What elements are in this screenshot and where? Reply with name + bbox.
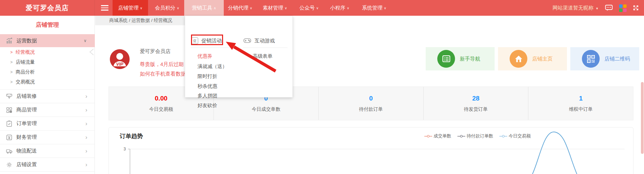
sidebar: 店铺管理 运营数据 ∨ > 经营概况 > 店铺流量 > — [0, 16, 95, 174]
caret-down-icon: ∨ — [384, 6, 386, 10]
chevron-down-icon: ∨ — [84, 38, 87, 43]
grid-squares-icon — [5, 106, 13, 114]
guide-list-icon — [437, 50, 455, 68]
truck-icon — [5, 147, 13, 155]
mobile-data-link[interactable]: 如何在手机查看数据? — [140, 71, 189, 77]
nav-system-management[interactable]: 系统管理∨ — [359, 0, 390, 16]
sidebar-item-operation-data[interactable]: 运营数据 ∨ — [0, 34, 95, 47]
stat-label: 待付款订单 — [359, 106, 383, 112]
user-channel-name: 网站渠道暂无昵称 — [553, 5, 594, 11]
menu-item-flash-sale[interactable]: 秒杀优惠 — [197, 82, 217, 90]
apps-grid-icon[interactable] — [619, 4, 626, 12]
nav-distribution[interactable]: 分销代理∨ — [225, 0, 255, 16]
message-icon[interactable] — [605, 4, 613, 12]
page-scrollbar-thumb[interactable] — [641, 82, 644, 154]
app-logo: 爱可罗会员店 — [0, 0, 95, 16]
order-trend-card: 订单趋势 成交单数 待付款订单数 今日交易额 3 — [108, 127, 633, 174]
qr-code-icon — [582, 50, 600, 68]
hamburger-menu-icon[interactable] — [101, 5, 108, 11]
plan-expiry-text: 尊贵版，4月后过期 — [140, 61, 184, 68]
nav-marketing-tools[interactable]: 营销工具∧ — [184, 0, 224, 16]
menu-item-coupon[interactable]: 优惠券 — [197, 52, 213, 60]
sidebar-item-goods-management[interactable]: 商品管理 › — [0, 103, 95, 117]
annotation-arrow — [218, 36, 280, 75]
stat-label: 维权中订单 — [569, 106, 593, 112]
gear-icon — [5, 161, 13, 169]
newbie-guide-card[interactable]: 新手导航 — [426, 47, 495, 70]
caret-down-icon: ∨ — [316, 6, 319, 10]
vip-badge: VIP — [116, 62, 123, 67]
order-trend-chart: 3 — [109, 128, 633, 174]
chevron-right-icon: › — [85, 134, 87, 140]
caret-down-icon: ∨ — [250, 6, 252, 10]
nav-mini-program[interactable]: 小程序∨ — [327, 0, 353, 16]
shop-avatar: VIP — [110, 49, 130, 69]
sidebar-subitem-product-analysis[interactable]: > 商品分析 — [0, 67, 95, 77]
sidebar-item-logistics[interactable]: 物流配送 › — [0, 144, 95, 158]
shop-homepage-card[interactable]: 店铺主页 — [498, 47, 567, 70]
sidebar-item-order-management[interactable]: 订单管理 › — [0, 117, 95, 130]
stat-value: 1 — [579, 95, 583, 102]
menu-item-friend-bargain[interactable]: 好友砍价 — [197, 102, 217, 109]
nav-official-account[interactable]: 公众号∨ — [296, 0, 322, 16]
breadcrumb[interactable]: 商城系统 / 运营数据 / 经营概况 — [95, 16, 186, 25]
nav-member-points[interactable]: 会员积分∨ — [151, 0, 184, 16]
menu-item-limited-time-discount[interactable]: 限时打折 — [197, 72, 217, 80]
stat-label: 今日交易额 — [149, 106, 173, 112]
chevron-right-icon: › — [85, 121, 87, 126]
clipboard-check-icon — [5, 120, 13, 128]
angle-marker: > — [10, 80, 13, 84]
nav-shop-management[interactable]: 店铺管理∨ — [113, 0, 148, 16]
topbar: 爱可罗会员店 店铺管理∨ 会员积分∨ 营销工具∧ 分销代理∨ 素材管理∨ 公众号… — [0, 0, 644, 16]
stat-disputes: 1 维权中订单 — [528, 87, 633, 120]
user-channel-dropdown[interactable]: 网站渠道暂无昵称▼ — [553, 5, 599, 11]
stat-value: 0.00 — [155, 95, 167, 102]
angle-marker: > — [10, 50, 13, 55]
yuan-money-icon — [5, 134, 13, 141]
fullscreen-icon[interactable] — [632, 4, 639, 11]
y-axis-tick-label: 3 — [123, 147, 126, 151]
stat-label: 今日成交单数 — [252, 106, 280, 112]
sidebar-item-shop-decoration[interactable]: 店铺装修 › — [0, 89, 95, 103]
home-icon — [510, 50, 527, 68]
shop-qrcode-card[interactable]: 店铺二维码 — [570, 47, 639, 70]
caret-down-icon: ∨ — [284, 6, 287, 10]
menu-item-group-buy[interactable]: 多人拼团 — [197, 92, 217, 99]
app-screen: 爱可罗会员店 店铺管理∨ 会员积分∨ 营销工具∧ 分销代理∨ 素材管理∨ 公众号… — [0, 0, 644, 174]
angle-marker: > — [10, 70, 13, 75]
breadcrumb-row: 商城系统 / 运营数据 / 经营概况 — [95, 16, 644, 25]
active-item-notch-inner — [90, 49, 94, 55]
chevron-right-icon: › — [85, 162, 87, 168]
stat-value: 28 — [472, 95, 480, 102]
caret-down-icon: ∨ — [347, 6, 349, 10]
stat-pending-shipment: 28 待发货订单 — [423, 87, 528, 120]
caret-down-icon: ∨ — [177, 6, 179, 10]
sidebar-subitem-business-overview[interactable]: > 经营概况 — [0, 47, 95, 57]
nav-material-management[interactable]: 素材管理∨ — [260, 0, 290, 16]
stat-value: 0 — [369, 95, 373, 102]
sidebar-subitem-transaction-overview[interactable]: > 交易概况 — [0, 77, 95, 87]
angle-marker: > — [10, 60, 13, 65]
chevron-right-icon: › — [85, 148, 87, 154]
caret-up-icon: ∧ — [214, 6, 216, 10]
revenue-curve — [526, 132, 580, 174]
chart-trend-icon — [5, 37, 13, 44]
paint-brush-icon — [5, 93, 13, 100]
stat-label: 待发货订单 — [464, 106, 488, 112]
stat-pending-payment: 0 待付款订单 — [318, 87, 423, 120]
sidebar-item-shop-settings[interactable]: 店铺设置 › — [0, 158, 95, 171]
sidebar-subitem-shop-traffic[interactable]: > 店铺流量 — [0, 57, 95, 67]
divider — [0, 171, 95, 172]
sidebar-title: 店铺管理 — [0, 16, 95, 34]
chevron-right-icon: › — [85, 107, 87, 113]
caret-down-icon: ▼ — [596, 7, 599, 10]
caret-down-icon: ∨ — [140, 6, 142, 10]
shop-name: 爱可罗会员店 — [140, 48, 171, 55]
sidebar-item-finance-management[interactable]: 财务管理 › — [0, 130, 95, 144]
topbar-right-tools: 网站渠道暂无昵称▼ — [553, 0, 639, 16]
chevron-right-icon: › — [85, 93, 87, 99]
